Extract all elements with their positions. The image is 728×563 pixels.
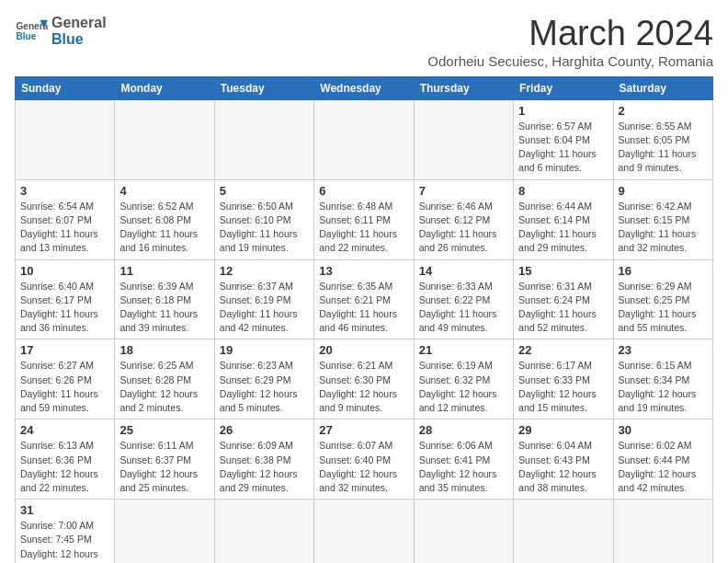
day-info: Sunrise: 6:40 AMSunset: 6:17 PMDaylight:…: [20, 280, 109, 336]
weekday-header-row: SundayMondayTuesdayWednesdayThursdayFrid…: [16, 76, 713, 99]
day-cell: 8Sunrise: 6:44 AMSunset: 6:14 PMDaylight…: [514, 179, 613, 259]
day-cell: 27Sunrise: 6:07 AMSunset: 6:40 PMDayligh…: [314, 419, 414, 500]
day-cell: 28Sunrise: 6:06 AMSunset: 6:41 PMDayligh…: [414, 419, 513, 500]
day-number: 26: [220, 423, 309, 437]
location-subtitle: Odorheiu Secuiesc, Harghita County, Roma…: [427, 53, 713, 69]
day-cell: 1Sunrise: 6:57 AMSunset: 6:04 PMDaylight…: [514, 99, 613, 179]
day-number: 31: [20, 503, 109, 517]
logo-icon: General Blue: [15, 15, 48, 48]
day-number: 9: [619, 184, 708, 198]
day-cell: 6Sunrise: 6:48 AMSunset: 6:11 PMDaylight…: [314, 179, 414, 259]
day-info: Sunrise: 6:33 AMSunset: 6:22 PMDaylight:…: [419, 280, 508, 336]
logo: General Blue General Blue: [15, 15, 107, 48]
day-number: 19: [220, 343, 309, 357]
weekday-header-monday: Monday: [115, 76, 214, 99]
day-cell: [414, 500, 513, 563]
day-number: 12: [220, 264, 309, 278]
day-cell: 18Sunrise: 6:25 AMSunset: 6:28 PMDayligh…: [115, 339, 214, 419]
day-info: Sunrise: 6:48 AMSunset: 6:11 PMDaylight:…: [319, 200, 408, 256]
day-number: 3: [20, 184, 109, 198]
week-row-6: 31Sunrise: 7:00 AMSunset: 7:45 PMDayligh…: [16, 500, 713, 563]
day-number: 20: [319, 343, 408, 357]
day-info: Sunrise: 6:19 AMSunset: 6:32 PMDaylight:…: [419, 359, 508, 415]
day-cell: 24Sunrise: 6:13 AMSunset: 6:36 PMDayligh…: [16, 419, 115, 500]
weekday-header-friday: Friday: [514, 76, 613, 99]
day-cell: 3Sunrise: 6:54 AMSunset: 6:07 PMDaylight…: [16, 179, 115, 259]
day-info: Sunrise: 6:21 AMSunset: 6:30 PMDaylight:…: [319, 359, 408, 415]
day-info: Sunrise: 6:29 AMSunset: 6:25 PMDaylight:…: [619, 280, 708, 336]
weekday-header-saturday: Saturday: [613, 76, 712, 99]
day-cell: 29Sunrise: 6:04 AMSunset: 6:43 PMDayligh…: [514, 419, 613, 500]
weekday-header-sunday: Sunday: [16, 76, 115, 99]
day-cell: [514, 500, 613, 563]
day-number: 7: [419, 184, 508, 198]
day-number: 17: [20, 343, 109, 357]
day-cell: 16Sunrise: 6:29 AMSunset: 6:25 PMDayligh…: [613, 259, 712, 339]
day-info: Sunrise: 6:39 AMSunset: 6:18 PMDaylight:…: [119, 280, 209, 336]
day-cell: [214, 99, 313, 179]
day-cell: 23Sunrise: 6:15 AMSunset: 6:34 PMDayligh…: [613, 339, 712, 419]
title-section: March 2024 Odorheiu Secuiesc, Harghita C…: [427, 15, 713, 69]
day-info: Sunrise: 6:04 AMSunset: 6:43 PMDaylight:…: [518, 439, 608, 495]
day-info: Sunrise: 6:57 AMSunset: 6:04 PMDaylight:…: [518, 120, 608, 176]
day-cell: 10Sunrise: 6:40 AMSunset: 6:17 PMDayligh…: [16, 259, 115, 339]
day-cell: 13Sunrise: 6:35 AMSunset: 6:21 PMDayligh…: [314, 259, 414, 339]
day-cell: [314, 99, 414, 179]
day-cell: 11Sunrise: 6:39 AMSunset: 6:18 PMDayligh…: [115, 259, 214, 339]
day-cell: 15Sunrise: 6:31 AMSunset: 6:24 PMDayligh…: [514, 259, 613, 339]
day-info: Sunrise: 6:54 AMSunset: 6:07 PMDaylight:…: [20, 200, 109, 256]
day-number: 25: [119, 423, 209, 437]
day-cell: 31Sunrise: 7:00 AMSunset: 7:45 PMDayligh…: [16, 500, 115, 563]
day-info: Sunrise: 6:35 AMSunset: 6:21 PMDaylight:…: [319, 280, 408, 336]
day-cell: [314, 500, 414, 563]
day-number: 30: [619, 423, 708, 437]
day-cell: 2Sunrise: 6:55 AMSunset: 6:05 PMDaylight…: [613, 99, 712, 179]
day-number: 24: [20, 423, 109, 437]
day-cell: 14Sunrise: 6:33 AMSunset: 6:22 PMDayligh…: [414, 259, 513, 339]
day-info: Sunrise: 6:50 AMSunset: 6:10 PMDaylight:…: [220, 200, 309, 256]
day-cell: 4Sunrise: 6:52 AMSunset: 6:08 PMDaylight…: [115, 179, 214, 259]
weekday-header-tuesday: Tuesday: [214, 76, 313, 99]
day-cell: 20Sunrise: 6:21 AMSunset: 6:30 PMDayligh…: [314, 339, 414, 419]
day-number: 10: [20, 264, 109, 278]
page-header: General Blue General Blue March 2024 Odo…: [15, 15, 713, 69]
week-row-2: 3Sunrise: 6:54 AMSunset: 6:07 PMDaylight…: [16, 179, 713, 259]
day-number: 6: [319, 184, 408, 198]
day-info: Sunrise: 6:23 AMSunset: 6:29 PMDaylight:…: [220, 359, 309, 415]
day-info: Sunrise: 6:46 AMSunset: 6:12 PMDaylight:…: [419, 200, 508, 256]
week-row-1: 1Sunrise: 6:57 AMSunset: 6:04 PMDaylight…: [16, 99, 713, 179]
week-row-5: 24Sunrise: 6:13 AMSunset: 6:36 PMDayligh…: [16, 419, 713, 500]
svg-text:Blue: Blue: [16, 31, 36, 41]
day-info: Sunrise: 6:27 AMSunset: 6:26 PMDaylight:…: [20, 359, 109, 415]
day-cell: [214, 500, 313, 563]
day-info: Sunrise: 6:25 AMSunset: 6:28 PMDaylight:…: [119, 359, 209, 415]
day-cell: [115, 500, 214, 563]
day-cell: 7Sunrise: 6:46 AMSunset: 6:12 PMDaylight…: [414, 179, 513, 259]
day-info: Sunrise: 7:00 AMSunset: 7:45 PMDaylight:…: [20, 519, 109, 563]
day-number: 5: [220, 184, 309, 198]
day-cell: [115, 99, 214, 179]
day-info: Sunrise: 6:37 AMSunset: 6:19 PMDaylight:…: [220, 280, 309, 336]
day-number: 22: [518, 343, 608, 357]
day-info: Sunrise: 6:07 AMSunset: 6:40 PMDaylight:…: [319, 439, 408, 495]
day-number: 11: [119, 264, 209, 278]
day-cell: 25Sunrise: 6:11 AMSunset: 6:37 PMDayligh…: [115, 419, 214, 500]
day-number: 18: [119, 343, 209, 357]
day-cell: 5Sunrise: 6:50 AMSunset: 6:10 PMDaylight…: [214, 179, 313, 259]
day-info: Sunrise: 6:52 AMSunset: 6:08 PMDaylight:…: [119, 200, 209, 256]
day-number: 13: [319, 264, 408, 278]
day-cell: 19Sunrise: 6:23 AMSunset: 6:29 PMDayligh…: [214, 339, 313, 419]
weekday-header-wednesday: Wednesday: [314, 76, 414, 99]
day-cell: 12Sunrise: 6:37 AMSunset: 6:19 PMDayligh…: [214, 259, 313, 339]
day-info: Sunrise: 6:13 AMSunset: 6:36 PMDaylight:…: [20, 439, 109, 495]
day-number: 27: [319, 423, 408, 437]
day-cell: [414, 99, 513, 179]
day-number: 2: [619, 104, 708, 118]
day-number: 8: [518, 184, 608, 198]
week-row-3: 10Sunrise: 6:40 AMSunset: 6:17 PMDayligh…: [16, 259, 713, 339]
week-row-4: 17Sunrise: 6:27 AMSunset: 6:26 PMDayligh…: [16, 339, 713, 419]
day-cell: 21Sunrise: 6:19 AMSunset: 6:32 PMDayligh…: [414, 339, 513, 419]
day-info: Sunrise: 6:44 AMSunset: 6:14 PMDaylight:…: [518, 200, 608, 256]
day-info: Sunrise: 6:09 AMSunset: 6:38 PMDaylight:…: [220, 439, 309, 495]
calendar-table: SundayMondayTuesdayWednesdayThursdayFrid…: [15, 76, 713, 563]
